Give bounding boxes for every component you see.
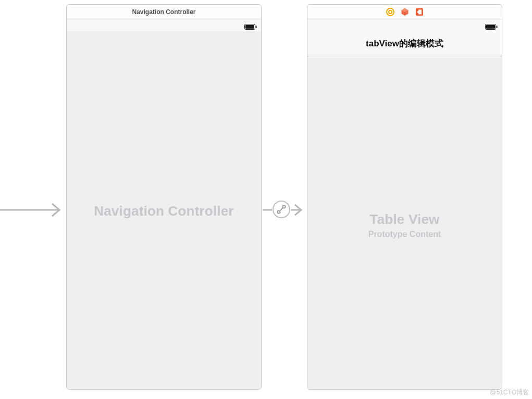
svg-rect-3 xyxy=(256,26,257,28)
initial-vc-arrow[interactable] xyxy=(0,202,66,218)
nav-content: Navigation Controller xyxy=(67,31,261,389)
scene-dock[interactable] xyxy=(307,5,502,19)
first-responder-icon[interactable] xyxy=(401,8,409,16)
exit-icon[interactable] xyxy=(415,8,424,16)
svg-point-9 xyxy=(387,8,394,16)
scene-title: Navigation Controller xyxy=(132,8,195,16)
svg-rect-18 xyxy=(486,25,495,29)
segue-relationship-icon[interactable] xyxy=(273,201,290,218)
table-placeholder-title: Table View xyxy=(307,211,502,228)
navigation-controller-scene[interactable]: Navigation Controller Navigation Control… xyxy=(66,4,262,390)
svg-point-7 xyxy=(277,210,280,213)
scene-title-bar[interactable]: Navigation Controller xyxy=(67,5,261,19)
table-view[interactable]: Table View Prototype Content xyxy=(307,56,502,389)
status-bar xyxy=(307,19,502,31)
root-vc-segue[interactable] xyxy=(263,202,307,218)
battery-icon xyxy=(485,22,498,28)
table-view-controller-scene[interactable]: tabView的编辑模式 Table View Prototype Conten… xyxy=(307,4,502,390)
navigation-bar[interactable]: tabView的编辑模式 xyxy=(307,31,502,56)
nav-placeholder-label: Navigation Controller xyxy=(67,203,261,219)
battery-icon xyxy=(244,22,257,28)
view-controller-icon[interactable] xyxy=(386,8,394,16)
svg-point-8 xyxy=(282,205,285,208)
svg-rect-2 xyxy=(245,25,254,29)
status-bar xyxy=(67,19,261,31)
svg-rect-19 xyxy=(497,26,498,28)
watermark: @51CTO博客 xyxy=(490,388,529,397)
svg-point-10 xyxy=(389,10,392,14)
storyboard-canvas[interactable]: Navigation Controller Navigation Control… xyxy=(0,0,532,399)
table-placeholder-sub: Prototype Content xyxy=(307,230,502,239)
nav-bar-title[interactable]: tabView的编辑模式 xyxy=(366,38,443,49)
svg-rect-15 xyxy=(418,9,422,14)
